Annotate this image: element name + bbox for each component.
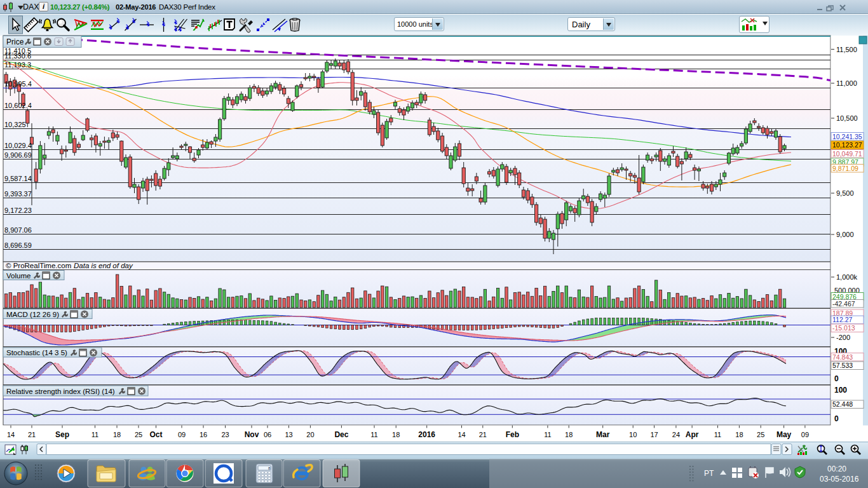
svg-text:10,500: 10,500 [836,114,858,122]
svg-text:Sep: Sep [55,430,69,439]
svg-text:00:20: 00:20 [827,464,846,473]
svg-text:Relative strength index (RSI): Relative strength index (RSI) (14) [6,388,115,395]
svg-text:Mar: Mar [596,430,610,439]
svg-text:09: 09 [801,431,809,438]
svg-text:11: 11 [92,431,98,438]
svg-text:57.533: 57.533 [832,362,853,369]
svg-text:0: 0 [834,374,839,383]
svg-text:Stochastic (14 3 5): Stochastic (14 3 5) [6,349,67,356]
svg-text:11: 11 [714,431,721,438]
svg-text:18: 18 [565,431,573,438]
svg-text:74.843: 74.843 [832,353,853,361]
svg-text:MACD (12 26 9): MACD (12 26 9) [6,311,59,318]
svg-text:17: 17 [650,431,658,438]
svg-text:© ProRealTime.com: © ProRealTime.com [6,262,71,269]
svg-text:9,172.23: 9,172.23 [4,207,32,214]
svg-text:21: 21 [28,431,36,438]
svg-text:10,241.35: 10,241.35 [832,133,862,140]
svg-text:-200: -200 [836,334,850,341]
svg-text:9,587.14: 9,587.14 [4,175,32,182]
svg-text:11,500: 11,500 [836,46,857,53]
svg-text:25: 25 [757,431,764,438]
svg-text:18: 18 [113,431,121,438]
svg-text:-42.467: -42.467 [832,300,855,308]
svg-text:21: 21 [479,431,487,438]
svg-text:10,029.4: 10,029.4 [4,142,32,149]
svg-text:10,049.71: 10,049.71 [832,150,862,158]
svg-text:25: 25 [135,431,142,438]
svg-text:0: 0 [834,414,839,423]
svg-text:Oct: Oct [149,430,162,439]
svg-text:Data is end of day: Data is end of day [74,262,133,269]
svg-text:13: 13 [285,431,292,438]
svg-text:10,325: 10,325 [4,121,26,128]
svg-text:11: 11 [370,431,377,438]
svg-text:09: 09 [178,431,186,438]
svg-text:8,696.59: 8,696.59 [4,241,32,249]
svg-text:8,907.06: 8,907.06 [4,226,32,234]
svg-text:11,330.6: 11,330.6 [4,52,31,60]
svg-text:03-05-2016: 03-05-2016 [820,475,859,484]
svg-text:9,000: 9,000 [836,231,854,238]
svg-text:24: 24 [672,431,680,438]
svg-text:18: 18 [392,431,400,438]
svg-text:10: 10 [629,431,637,438]
svg-text:06: 06 [264,431,271,438]
svg-text:Feb: Feb [506,430,519,439]
svg-text:10,602.4: 10,602.4 [4,102,32,109]
svg-text:11,193.3: 11,193.3 [4,61,31,69]
svg-text:23: 23 [221,431,229,438]
svg-text:Dec: Dec [334,430,348,439]
svg-text:18: 18 [735,431,743,438]
svg-text:Apr: Apr [686,430,699,439]
svg-text:112.27: 112.27 [832,316,852,323]
svg-text:9,871.09: 9,871.09 [832,165,858,172]
svg-text:2016: 2016 [418,430,435,439]
svg-text:10,995.4: 10,995.4 [4,80,32,88]
svg-text:PT: PT [704,469,714,478]
svg-text:52.448: 52.448 [832,400,853,408]
svg-text:1,000k: 1,000k [836,273,858,281]
svg-text:9,906.69: 9,906.69 [4,151,32,159]
svg-text:Volume: Volume [6,272,31,280]
svg-text:Nov: Nov [245,430,259,439]
svg-text:9,500: 9,500 [836,189,854,197]
svg-text:-15.013: -15.013 [832,324,855,332]
svg-text:9,393.37: 9,393.37 [4,190,32,198]
svg-text:11,000: 11,000 [836,79,857,87]
svg-text:20: 20 [306,431,314,438]
svg-text:10,123.27: 10,123.27 [832,141,862,149]
svg-text:16: 16 [200,431,207,438]
svg-text:11: 11 [544,431,551,438]
svg-text:May: May [776,430,792,439]
svg-text:14: 14 [7,431,15,438]
svg-text:14: 14 [458,431,465,438]
svg-text:Price: Price [6,37,24,46]
svg-text:100: 100 [834,386,847,395]
